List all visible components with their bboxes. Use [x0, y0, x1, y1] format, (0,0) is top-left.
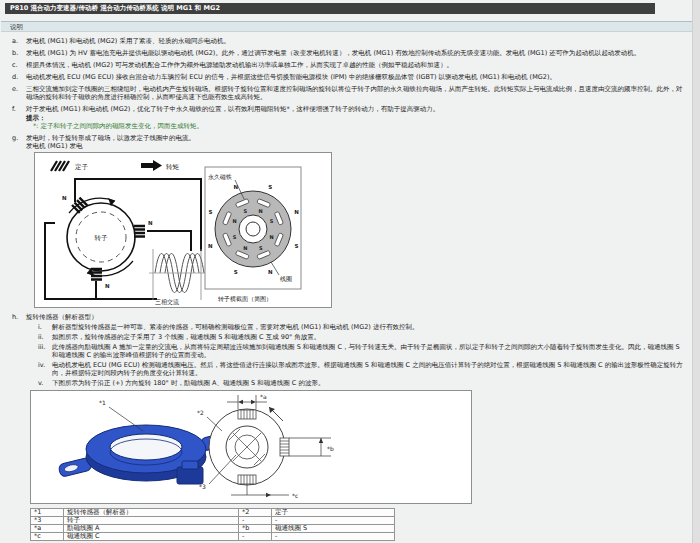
magnet-label: 永久磁铁 [208, 173, 232, 180]
list-text: 解析器型旋转传感器是一种可靠、紧凑的传感器，可精确检测磁极位置，需要对发电机 (… [52, 323, 688, 331]
document-body: a. 发电机 (MG1) 和电动机 (MG2) 采用了紧凑、轻质的永磁同步电动机… [0, 37, 688, 541]
torque-arrow-icon [141, 160, 162, 171]
mg1-generation-diagram: 定子 转矩 转子 N N N [35, 153, 331, 305]
list-item-a: a. 发电机 (MG1) 和电动机 (MG2) 采用了紧凑、轻质的永磁同步电动机… [0, 37, 688, 45]
dim-b-arrow-up [319, 438, 323, 443]
legend-torque-label: 转矩 [166, 163, 180, 171]
resolver-item-iii: iii. 此传感器向励磁线圈 A 施加一定量的交流电，从而将特定周期波连续施加到… [0, 343, 688, 359]
flux-coil-S-icon [280, 438, 289, 456]
dim-c-arrow-right [266, 493, 271, 497]
resolver-heading: h. 旋转传感器（解析器型） [0, 313, 688, 321]
table-cell: 磁通线圈 S [272, 525, 395, 533]
table-cell: 旋转传感器（解析器） [64, 509, 239, 517]
resolver-ring-3d [58, 425, 234, 484]
svg-text:N: N [269, 234, 273, 240]
list-item-c: c. 根据具体情况，电动机 (MG2) 可与发动机配合工作作为额外电源辅助发动机… [0, 61, 688, 69]
resolver-connector [177, 467, 203, 484]
figure-resolver: *1 [30, 390, 472, 504]
legend-stator-label: 定子 [75, 163, 89, 171]
svg-text:N: N [208, 243, 213, 249]
page-title: P810 混合动力变速器/传动桥 混合动力传动桥系统 说明 MG1 和 MG2 [5, 3, 655, 14]
flux-coil-C-icon [238, 475, 256, 484]
list-marker: iii. [38, 343, 52, 359]
dimension-b-lines [289, 438, 331, 456]
list-text: 电动机发电机 ECU (MG ECU) 接收自混合动力车辆控制 ECU 的信号，… [26, 73, 688, 81]
hint-label: 提示： [26, 114, 688, 122]
list-text: 根据具体情况，电动机 (MG2) 可与发动机配合工作作为额外电源辅助发动机输出功… [26, 61, 688, 69]
table-cell: 磁通线圈 C [64, 533, 239, 541]
coil-pole-label: N [62, 195, 67, 201]
cross-section-caption: 转子横截面（简图） [218, 295, 272, 303]
list-text: 对于发电机 (MG1) 和电动机 (MG2)，优化了转子中永久磁铁的位置，以有效… [26, 105, 688, 113]
list-marker: b. [12, 49, 26, 57]
resolver-callout-c: *c [292, 492, 298, 499]
list-marker: i. [38, 323, 52, 331]
svg-text:S: S [295, 243, 299, 249]
shaft-hole [246, 222, 260, 236]
list-marker: g. [12, 134, 26, 142]
table-row: *c 磁通线圈 C - - [31, 533, 395, 541]
resolver-callout-3: *3 [199, 483, 206, 490]
table-cell: 定子 [272, 509, 395, 517]
svg-text:S: S [268, 184, 272, 190]
svg-text:S: S [234, 269, 238, 275]
list-text: 发电机 (MG1) 为 HV 蓄电池充电并提供电能以驱动电动机 (MG2)。此外… [26, 49, 688, 57]
list-text: 此传感器向励磁线圈 A 施加一定量的交流电，从而将特定周期波连续施加到磁通线圈 … [52, 343, 688, 359]
resolver-item-ii: ii. 如图所示，旋转传感器的定子采用了 3 个线圈，磁通线圈 S 和磁通线圈 … [0, 333, 688, 341]
list-text: 发电机 (MG1) 和电动机 (MG2) 采用了紧凑、轻质的永磁同步电动机。 [26, 37, 688, 45]
svg-text:S: S [233, 234, 237, 240]
svg-text:N: N [243, 245, 247, 251]
svg-text:S: S [243, 208, 247, 214]
list-marker: ii. [38, 333, 52, 341]
rotor-label: 转子 [95, 234, 109, 242]
svg-text:N: N [268, 269, 273, 275]
list-text: 下图所示为转子沿正 (+) 方向旋转 180° 时，励磁线圈 A、磁通线圈 S … [52, 379, 688, 387]
list-item-b: b. 发电机 (MG1) 为 HV 蓄电池充电并提供电能以驱动电动机 (MG2)… [0, 49, 688, 57]
table-cell: *c [31, 533, 64, 541]
list-text: 三相交流施加到定子线圈的三相绕组时，电动机内产生旋转磁场。根据转子旋转位置和速度… [26, 85, 688, 101]
svg-text:N: N [259, 208, 263, 214]
list-marker: h. [12, 313, 26, 321]
resolver-callout-1: *1 [99, 399, 106, 406]
excitation-coil-A-icon [238, 410, 256, 419]
list-marker: d. [12, 73, 26, 81]
resolver-callout-b: *b [327, 445, 334, 452]
figure-mg1-generation: 定子 转矩 转子 N N N [34, 152, 332, 308]
coil-pole-label: N [105, 283, 110, 289]
list-item-g: g. 发电时，转子旋转形成了磁场，以激发定子线圈中的电流。 [0, 134, 688, 142]
figure1-title: 发电机 (MG1) 发电 [26, 142, 688, 150]
list-marker: a. [12, 37, 26, 45]
svg-text:N: N [294, 209, 299, 215]
dimension-c-lines [231, 484, 289, 495]
ac-label: 三相交流 [155, 298, 179, 305]
list-marker: f. [12, 105, 26, 113]
resolver-heading-text: 旋转传感器（解析器型） [26, 313, 98, 321]
coil-label: 线圈 [280, 275, 292, 283]
hint-block: 提示： *: 定子和转子之间间隙内的磁阻发生变化，因而生成转矩。 [26, 114, 688, 130]
section-header-description[interactable]: 说明 [1, 21, 692, 32]
three-phase-wiring [45, 179, 201, 299]
table-row: *1 旋转传感器（解析器） *2 定子 [31, 509, 395, 517]
hint-note: *: 定子和转子之间间隙内的磁阻发生变化，因而生成转矩。 [33, 122, 688, 130]
svg-text:S: S [270, 218, 274, 224]
scrollbar[interactable] [692, 0, 700, 543]
list-text: 电动机发电机 ECU (MG ECU) 检测磁通线圈电压。然后，将这些值进行连接… [52, 361, 688, 377]
list-text: 发电时，转子旋转形成了磁场，以激发定子线圈中的电流。 [26, 134, 688, 142]
list-marker: v. [38, 379, 52, 387]
dim-a-arrow-right [251, 400, 256, 404]
stator-coil-icon [51, 161, 69, 171]
list-marker: c. [12, 61, 26, 69]
list-marker: e. [12, 85, 26, 101]
resolver-item-iv: iv. 电动机发电机 ECU (MG ECU) 检测磁通线圈电压。然后，将这些值… [0, 361, 688, 377]
svg-text:N: N [232, 218, 236, 224]
dim-a-arrow-left [238, 400, 243, 404]
resolver-item-i: i. 解析器型旋转传感器是一种可靠、紧凑的传感器，可精确检测磁极位置，需要对发电… [0, 323, 688, 331]
resolver-callout-2: *2 [197, 409, 204, 416]
resolver-diagram: *1 [31, 391, 471, 501]
list-text: 如图所示，旋转传感器的定子采用了 3 个线圈，磁通线圈 S 和磁通线圈 C 互成… [52, 333, 688, 341]
coil-pole-label: N [148, 220, 153, 226]
resolver-callout-a: *a [260, 393, 267, 400]
list-item-f: f. 对于发电机 (MG1) 和电动机 (MG2)，优化了转子中永久磁铁的位置，… [0, 105, 688, 113]
resolver-item-v: v. 下图所示为转子沿正 (+) 方向旋转 180° 时，励磁线圈 A、磁通线圈… [0, 379, 688, 387]
table-cell: - [272, 533, 395, 541]
